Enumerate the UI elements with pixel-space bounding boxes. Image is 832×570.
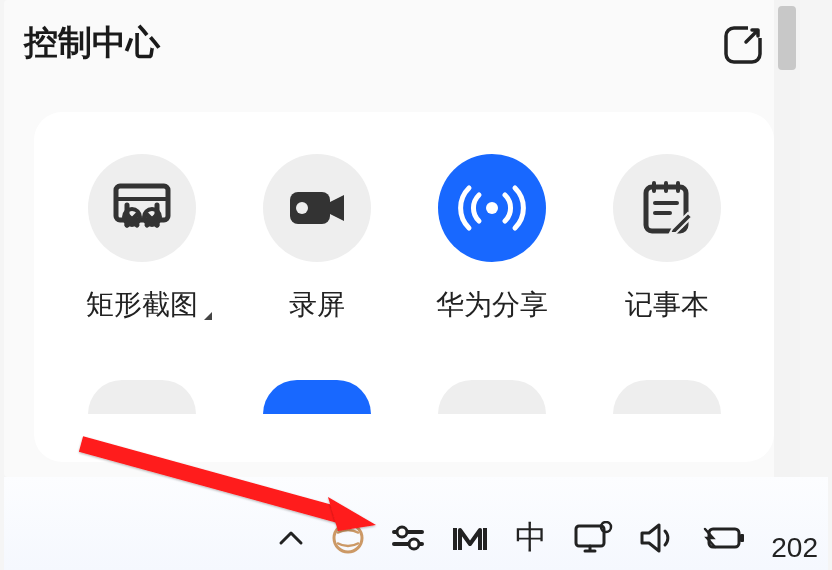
svg-point-9 bbox=[334, 524, 362, 552]
partial-tile[interactable] bbox=[88, 380, 196, 414]
header: 控制中心 bbox=[4, 0, 800, 70]
page-title: 控制中心 bbox=[24, 20, 160, 66]
tile-row-2 bbox=[34, 380, 774, 414]
scrollbar[interactable] bbox=[774, 0, 800, 477]
tile-label: 华为分享 bbox=[436, 286, 548, 324]
tile-label: 矩形截图 bbox=[86, 286, 198, 324]
speaker-icon bbox=[639, 522, 677, 554]
monitor-icon bbox=[573, 521, 613, 555]
tile-label: 记事本 bbox=[625, 286, 709, 324]
globe-icon bbox=[331, 521, 365, 555]
svg-rect-15 bbox=[740, 534, 744, 542]
edit-icon bbox=[722, 24, 764, 66]
chevron-up-icon bbox=[277, 529, 305, 547]
tray-battery-icon[interactable] bbox=[703, 525, 745, 551]
sliders-icon bbox=[391, 524, 425, 552]
svg-point-6 bbox=[296, 202, 308, 214]
tile-label: 录屏 bbox=[289, 286, 345, 324]
tile-huawei-share[interactable]: 华为分享 bbox=[407, 154, 577, 324]
tray-m-icon[interactable] bbox=[451, 524, 489, 552]
partial-tile[interactable] bbox=[438, 380, 546, 414]
control-center-panel: 控制中心 bbox=[4, 0, 800, 477]
tray-app-icon[interactable] bbox=[331, 521, 365, 555]
edit-button[interactable] bbox=[718, 20, 768, 70]
battery-icon bbox=[703, 525, 745, 551]
system-tray: 中 202 bbox=[277, 516, 828, 560]
partial-tile[interactable] bbox=[263, 380, 371, 414]
ime-indicator[interactable]: 中 bbox=[515, 516, 547, 560]
record-icon bbox=[263, 154, 371, 262]
svg-point-11 bbox=[409, 539, 419, 549]
svg-point-7 bbox=[486, 202, 498, 214]
svg-rect-12 bbox=[576, 526, 604, 546]
taskbar: 中 202 bbox=[4, 477, 828, 570]
partial-tile[interactable] bbox=[613, 380, 721, 414]
clock-text[interactable]: 202 bbox=[771, 532, 818, 564]
tray-filter-icon[interactable] bbox=[391, 524, 425, 552]
screenshot-icon bbox=[88, 154, 196, 262]
tiles-card: 矩形截图 录屏 bbox=[34, 112, 774, 462]
tile-record[interactable]: 录屏 bbox=[232, 154, 402, 324]
tile-notepad[interactable]: 记事本 bbox=[582, 154, 752, 324]
tray-network-icon[interactable] bbox=[573, 521, 613, 555]
tile-screenshot[interactable]: 矩形截图 bbox=[57, 154, 227, 324]
tray-volume-icon[interactable] bbox=[639, 522, 677, 554]
svg-point-10 bbox=[397, 527, 407, 537]
m-icon bbox=[451, 524, 489, 552]
tile-row-1: 矩形截图 录屏 bbox=[34, 154, 774, 324]
scrollbar-thumb[interactable] bbox=[778, 6, 796, 70]
tray-overflow-button[interactable] bbox=[277, 529, 305, 547]
notepad-icon bbox=[613, 154, 721, 262]
hotspot-icon bbox=[438, 154, 546, 262]
